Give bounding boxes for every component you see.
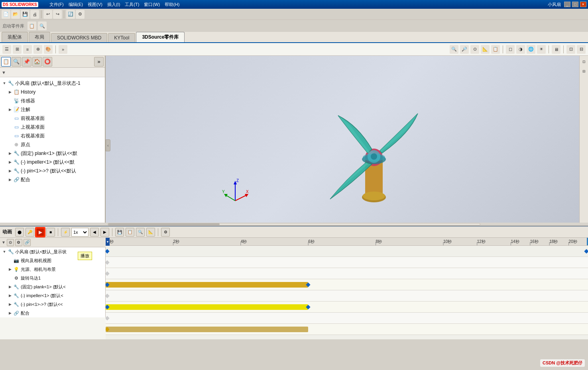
menu-window[interactable]: 窗口(W)	[144, 2, 160, 8]
close-button[interactable]: ✕	[580, 2, 586, 7]
anim-tree[interactable]: ▼ 🔧 小风扇 (默认<默认_显示状 📷 视向及相机视图 ▶ 💡 光源、相机与布…	[0, 247, 106, 317]
track-pin[interactable]	[106, 313, 588, 324]
anim-prev-frame[interactable]: ◀	[90, 228, 99, 237]
scroll-thumb[interactable]	[108, 223, 220, 225]
menu-insert[interactable]: 插入(I)	[107, 2, 120, 8]
anim-tree-root[interactable]: ▼ 🔧 小风扇 (默认<默认_显示状	[0, 247, 105, 256]
viewport-icon-5[interactable]: 📋	[491, 45, 500, 54]
anim-tree-camera[interactable]: 📷 视向及相机视图	[0, 256, 105, 265]
tree-arrow-pin[interactable]: ▶	[7, 168, 13, 174]
tab-kytool[interactable]: KYTool	[108, 33, 135, 42]
tree-arrow-history[interactable]: ▶	[7, 89, 13, 95]
viewport-icon-4[interactable]: 📐	[481, 45, 490, 54]
anim-filter-btn-2[interactable]: ⚙	[15, 239, 22, 246]
tree-arrow-mate[interactable]: ▶	[7, 177, 13, 182]
anim-speed-button[interactable]: ⚡	[61, 228, 70, 237]
menu-help[interactable]: 帮助(H)	[165, 2, 179, 8]
sec-btn-more[interactable]: »	[59, 45, 67, 54]
menu-bar[interactable]: 文件(F) 编辑(E) 视图(V) 插入(I) 工具(T) 窗口(W) 帮助(H…	[49, 2, 180, 8]
anim-filter-btn-1[interactable]: ⊙	[7, 239, 14, 246]
menu-file[interactable]: 文件(F)	[49, 2, 64, 8]
track-root[interactable]	[106, 246, 588, 257]
track-camera[interactable]	[106, 257, 588, 268]
viewport-icon-7[interactable]: ◑	[516, 45, 525, 54]
panel-tab-properties[interactable]: 🔍	[12, 57, 21, 67]
tree-node-origin[interactable]: ⊕ 原点	[0, 140, 105, 149]
redo-button[interactable]: ↪	[53, 10, 62, 19]
options-button[interactable]: ⚙	[76, 10, 85, 19]
tab-3dsource[interactable]: 3DSource零件库	[136, 32, 185, 42]
viewport-collapse[interactable]: ⊟	[577, 45, 586, 54]
viewport-icon-globe[interactable]: 🌐	[527, 45, 535, 54]
open-button[interactable]: 📂	[11, 10, 20, 19]
viewport-expand[interactable]: ⊡	[566, 45, 575, 54]
anim-keyframe-button[interactable]: 🔑	[26, 228, 34, 237]
anim-settings-button[interactable]: 📐	[146, 228, 155, 237]
sec-btn-color[interactable]: 🎨	[44, 45, 53, 54]
right-btn-1[interactable]: ⊡	[580, 57, 588, 66]
tab-mbd[interactable]: SOLIDWORKS MBD	[51, 33, 107, 42]
tree-node-plank[interactable]: ▶ 🔧 (固定) plank<1> (默认<<默	[0, 149, 105, 158]
anim-next-frame[interactable]: ▶	[100, 228, 109, 237]
minimize-button[interactable]: _	[564, 2, 570, 7]
panel-collapse-button[interactable]: ‹	[106, 139, 110, 151]
tree-arrow-impeller[interactable]: ▶	[7, 159, 13, 165]
tree-arrow-annotation[interactable]: ▶	[7, 107, 13, 112]
panel-tab-feature-tree[interactable]: 📋	[1, 57, 11, 67]
tab-assemble[interactable]: 装配体	[2, 32, 28, 42]
viewport-icon-3[interactable]: ⊙	[470, 45, 479, 54]
anim-arrow-mate2[interactable]: ▶	[7, 310, 13, 316]
panel-tab-configuration[interactable]: 📌	[22, 57, 31, 67]
viewport-icon-1[interactable]: 🔍	[450, 45, 458, 54]
track-mate[interactable]	[106, 324, 588, 335]
anim-save-button[interactable]: 💾	[115, 228, 124, 237]
horizontal-scrollbar[interactable]	[0, 223, 588, 226]
viewport-icon-display[interactable]: 🖥	[552, 45, 560, 54]
anim-record-button[interactable]: ⬤	[15, 228, 24, 237]
sec-btn-target[interactable]: ⊕	[33, 45, 42, 54]
tree-node-annotation[interactable]: ▶ 📝 注解	[0, 105, 105, 114]
tab-layout[interactable]: 布局	[29, 32, 50, 42]
ctx-btn-2[interactable]: 🔍	[38, 22, 47, 30]
track-motor[interactable]	[106, 279, 588, 290]
track-impeller[interactable]	[106, 301, 588, 313]
window-controls[interactable]: _ □ ✕	[564, 2, 586, 7]
tree-root[interactable]: ▼ 🔧 小风扇 (默认<默认_显示状态-1	[0, 79, 105, 88]
anim-stop-button[interactable]: ■	[46, 228, 55, 237]
anim-tree-pin[interactable]: ▶ 🔧 (-) pin<1>->? (默认<<	[0, 300, 105, 309]
timeline[interactable]: ▼ 0秒 2秒 4秒 6秒 8秒 10秒 12秒 14秒 16秒 18秒 20秒	[106, 238, 588, 339]
undo-button[interactable]: ↩	[43, 10, 52, 19]
viewport-icon-6[interactable]: ◻	[506, 45, 515, 54]
anim-filter-button[interactable]: 🔍	[136, 228, 145, 237]
anim-tree-mate[interactable]: ▶ 🔗 配合	[0, 309, 105, 317]
anim-tree-impeller[interactable]: ▶ 🔧 (-) impeller<1> (默认<	[0, 291, 105, 300]
tree-node-sensor[interactable]: ▶ 📡 传感器	[0, 96, 105, 105]
anim-arrow-light[interactable]: ▶	[7, 266, 13, 272]
tree-node-top-plane[interactable]: ▭ 上视基准面	[0, 123, 105, 131]
sec-btn-list[interactable]: ☰	[2, 45, 11, 54]
timeline-playhead-marker[interactable]: ▼	[106, 238, 110, 246]
track-plank[interactable]	[106, 290, 588, 301]
anim-arrow-impeller[interactable]: ▶	[7, 293, 13, 298]
tree-node-pin[interactable]: ▶ 🔧 (-) pin<1>->? (默认<<默认	[0, 166, 105, 175]
track-light[interactable]	[106, 268, 588, 279]
tree-node-mate[interactable]: ▶ 🔗 配合	[0, 175, 105, 184]
viewport-icon-2[interactable]: 🔎	[460, 45, 469, 54]
sec-btn-grid[interactable]: ⊞	[13, 45, 22, 54]
save-button[interactable]: 💾	[21, 10, 29, 19]
menu-view[interactable]: 视图(V)	[88, 2, 102, 8]
anim-speed-select[interactable]: 1x 2x 0.5x	[71, 228, 88, 237]
feature-tree[interactable]: ▼ 🔧 小风扇 (默认<默认_显示状态-1 ▶ 📋 History ▶ 📡 传感…	[0, 77, 105, 223]
anim-arrow-pin[interactable]: ▶	[7, 301, 13, 307]
rebuild-button[interactable]: 🔄	[66, 10, 75, 19]
tree-node-impeller[interactable]: ▶ 🔧 (-) impeller<1> (默认<<默	[0, 158, 105, 166]
anim-tree-plank[interactable]: ▶ 🔧 (固定) plank<1> (默认<	[0, 282, 105, 291]
anim-arrow-root[interactable]: ▼	[2, 249, 7, 254]
panel-tab-display[interactable]: 🏠	[32, 57, 42, 67]
tree-node-right-plane[interactable]: ▭ 右视基准面	[0, 131, 105, 140]
anim-tree-light[interactable]: ▶ 💡 光源、相机与布景	[0, 265, 105, 274]
viewport-icon-sun[interactable]: ☀	[537, 45, 546, 54]
anim-copy-button[interactable]: 📋	[126, 228, 134, 237]
tree-arrow-plank[interactable]: ▶	[7, 151, 13, 156]
tree-node-front-plane[interactable]: ▭ 前视基准面	[0, 114, 105, 123]
